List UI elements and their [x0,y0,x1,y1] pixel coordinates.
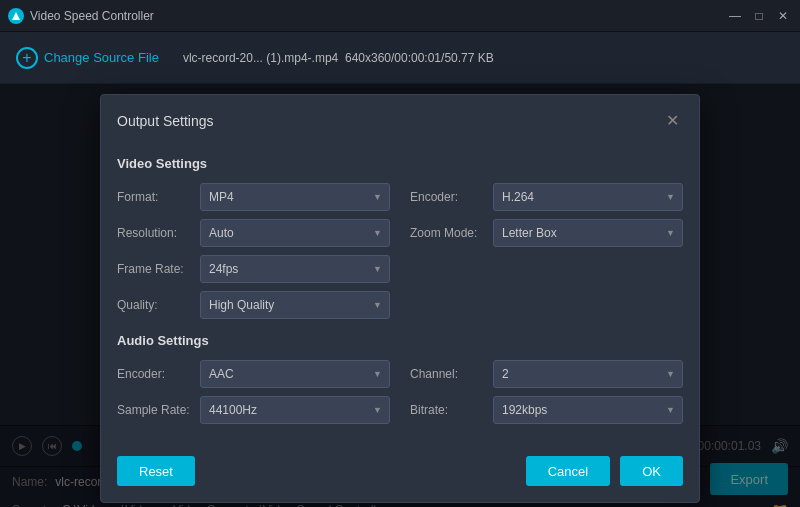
quality-select-wrapper[interactable]: High Quality [200,291,390,319]
framerate-label: Frame Rate: [117,262,192,276]
format-select-wrapper[interactable]: MP4 [200,183,390,211]
title-bar-left: Video Speed Controller [8,8,154,24]
ok-button[interactable]: OK [620,456,683,486]
minimize-button[interactable]: — [726,7,744,25]
svg-marker-0 [12,12,20,20]
zoom-select-wrapper[interactable]: Letter Box [493,219,683,247]
channel-select-wrapper[interactable]: 2 [493,360,683,388]
video-section-title: Video Settings [117,156,683,171]
dialog-close-button[interactable]: ✕ [662,109,683,132]
framerate-row: Frame Rate: 24fps [117,255,400,283]
format-select[interactable]: MP4 [200,183,390,211]
framerate-quality-section: Frame Rate: 24fps [117,255,683,283]
audio-encoder-row: Encoder: AAC [117,360,390,388]
quality-row: Quality: High Quality [117,291,400,319]
encoder-row: Encoder: H.264 [410,183,683,211]
audio-section-title: Audio Settings [117,333,683,348]
format-row: Format: MP4 [117,183,390,211]
channel-label: Channel: [410,367,485,381]
bitrate-label: Bitrate: [410,403,485,417]
resolution-select[interactable]: Auto [200,219,390,247]
bitrate-select-wrapper[interactable]: 192kbps [493,396,683,424]
encoder-label: Encoder: [410,190,485,204]
audio-encoder-select[interactable]: AAC [200,360,390,388]
samplerate-select-wrapper[interactable]: 44100Hz [200,396,390,424]
audio-encoder-channel-row: Encoder: AAC Channel: 2 [117,360,683,388]
channel-select[interactable]: 2 [493,360,683,388]
zoom-select[interactable]: Letter Box [493,219,683,247]
framerate-select-wrapper[interactable]: 24fps [200,255,390,283]
dialog-overlay: Output Settings ✕ Video Settings Format:… [0,84,800,507]
framerate-select[interactable]: 24fps [200,255,390,283]
zoom-label: Zoom Mode: [410,226,485,240]
samplerate-select[interactable]: 44100Hz [200,396,390,424]
quality-select[interactable]: High Quality [200,291,390,319]
app-icon [8,8,24,24]
dialog-title: Output Settings [117,113,214,129]
encoder-select-wrapper[interactable]: H.264 [493,183,683,211]
zoom-row: Zoom Mode: Letter Box [410,219,683,247]
dialog-body: Video Settings Format: MP4 Encoder: [101,142,699,444]
resolution-zoom-row: Resolution: Auto Zoom Mode: Letter Box [117,219,683,247]
quality-label: Quality: [117,298,192,312]
format-encoder-row: Format: MP4 Encoder: H.264 [117,183,683,211]
main-toolbar: + Change Source File vlc-record-20... (1… [0,32,800,84]
encoder-select[interactable]: H.264 [493,183,683,211]
format-label: Format: [117,190,192,204]
title-bar: Video Speed Controller — □ ✕ [0,0,800,32]
main-content: Output Settings ✕ Video Settings Format:… [0,84,800,507]
app-title: Video Speed Controller [30,9,154,23]
file-name-info: vlc-record-20... (1).mp4-.mp4 640x360/00… [183,51,494,65]
dialog-footer: Reset Cancel OK [101,444,699,502]
bitrate-row: Bitrate: 192kbps [410,396,683,424]
add-circle-icon: + [16,47,38,69]
audio-encoder-label: Encoder: [117,367,192,381]
resolution-label: Resolution: [117,226,192,240]
samplerate-row: Sample Rate: 44100Hz [117,396,390,424]
output-settings-dialog: Output Settings ✕ Video Settings Format:… [100,94,700,503]
window-controls: — □ ✕ [726,7,792,25]
close-button[interactable]: ✕ [774,7,792,25]
resolution-select-wrapper[interactable]: Auto [200,219,390,247]
change-source-label: Change Source File [44,50,159,65]
channel-row: Channel: 2 [410,360,683,388]
maximize-button[interactable]: □ [750,7,768,25]
samplerate-bitrate-row: Sample Rate: 44100Hz Bitrate: 192kbps [117,396,683,424]
resolution-row: Resolution: Auto [117,219,390,247]
cancel-button[interactable]: Cancel [526,456,610,486]
change-source-button[interactable]: + Change Source File [16,47,159,69]
bitrate-select[interactable]: 192kbps [493,396,683,424]
dialog-header: Output Settings ✕ [101,95,699,142]
quality-section: Quality: High Quality [117,291,683,319]
samplerate-label: Sample Rate: [117,403,192,417]
audio-encoder-select-wrapper[interactable]: AAC [200,360,390,388]
reset-button[interactable]: Reset [117,456,195,486]
dialog-footer-right: Cancel OK [526,456,683,486]
